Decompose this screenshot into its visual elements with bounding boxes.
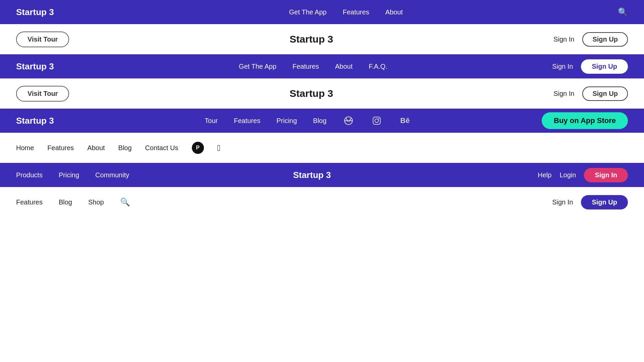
nav-right-2: Sign In Sign Up [552, 59, 628, 74]
footer-features[interactable]: Features [47, 144, 74, 152]
buy-app-store-btn[interactable]: Buy on App Store [542, 112, 628, 129]
content-title-1: Startup 3 [69, 34, 553, 45]
nav-item-features-3[interactable]: Features [234, 117, 260, 125]
content-strip-4: Features Blog Shop 🔍 Sign In Sign Up [0, 187, 644, 217]
nav-right-1: 🔍 [618, 7, 628, 17]
nav-links-4: Products Pricing Community [16, 171, 538, 179]
svg-rect-1 [373, 117, 381, 124]
nav-item-faq[interactable]: F.A.Q. [369, 63, 387, 70]
navbar-1: Startup 3 Get The App Features About 🔍 [0, 0, 644, 24]
footer-apple-icon[interactable]:  [217, 143, 221, 153]
nav-item-products[interactable]: Products [16, 171, 43, 179]
nav-links-3: Tour Features Pricing Blog Bē [74, 115, 542, 127]
bottom-blog[interactable]: Blog [59, 198, 72, 206]
apple-icon[interactable]:  [217, 143, 221, 153]
nav-item-dribbble[interactable] [342, 115, 355, 127]
help-btn[interactable]: Help [538, 171, 551, 179]
navbar-2: Startup 3 Get The App Features About F.A… [0, 54, 644, 78]
nav-item-features-2[interactable]: Features [292, 63, 319, 70]
dribbble-icon[interactable] [342, 115, 355, 127]
brand-3: Startup 3 [16, 116, 54, 126]
visit-tour-btn-2[interactable]: Visit Tour [16, 86, 69, 102]
footer-home[interactable]: Home [16, 144, 34, 152]
nav-item-pricing-2[interactable]: Pricing [59, 171, 79, 179]
content-strip-1: Visit Tour Startup 3 Sign In Sign Up [0, 24, 644, 54]
nav-item-instagram[interactable] [371, 115, 383, 127]
sign-in-btn-final[interactable]: Sign In [552, 198, 573, 206]
auth-right-1: Sign In Sign Up [553, 32, 628, 47]
nav-item-about[interactable]: About [385, 8, 403, 16]
nav-item-features[interactable]: Features [343, 8, 369, 16]
bottom-shop[interactable]: Shop [88, 198, 104, 206]
sign-up-btn-3[interactable]: Sign Up [582, 86, 628, 101]
bottom-links: Features Blog Shop 🔍 [16, 197, 552, 207]
svg-point-2 [375, 119, 379, 123]
sign-in-pink-btn[interactable]: Sign In [584, 168, 628, 182]
content-title-2: Startup 3 [69, 88, 553, 99]
nav-right-4: Help Login Sign In [538, 168, 628, 182]
bottom-features[interactable]: Features [16, 198, 43, 206]
nav-right-3: Buy on App Store [542, 112, 628, 129]
login-btn[interactable]: Login [559, 171, 576, 179]
content-strip-3: Home Features About Blog Contact Us P  [0, 133, 644, 163]
nav-item-get-app[interactable]: Get The App [289, 8, 327, 16]
sign-up-btn-2[interactable]: Sign Up [581, 59, 628, 74]
brand-2: Startup 3 [16, 61, 54, 72]
nav-item-behance[interactable]: Bē [399, 115, 411, 127]
brand-1: Startup 3 [16, 7, 54, 17]
instagram-icon[interactable] [371, 115, 383, 127]
navbar-3: Startup 3 Tour Features Pricing Blog [0, 109, 644, 133]
sign-up-btn-1[interactable]: Sign Up [582, 32, 628, 47]
footer-blog[interactable]: Blog [118, 144, 132, 152]
bottom-search[interactable]: 🔍 [120, 197, 130, 207]
search-icon-1[interactable]: 🔍 [618, 7, 628, 17]
search-icon-2[interactable]: 🔍 [120, 197, 130, 206]
sign-in-btn-3[interactable]: Sign In [553, 90, 574, 98]
navbar-4: Products Pricing Community Startup 3 Hel… [0, 163, 644, 187]
nav-item-about-2[interactable]: About [335, 63, 353, 70]
product-icon[interactable]: P [192, 142, 204, 154]
sign-up-btn-final[interactable]: Sign Up [581, 195, 628, 209]
brand-4: Startup 3 [293, 170, 331, 180]
footer-p-icon[interactable]: P [192, 142, 204, 154]
nav-item-pricing[interactable]: Pricing [276, 117, 297, 125]
nav-item-blog[interactable]: Blog [313, 117, 326, 125]
footer-contact[interactable]: Contact Us [145, 144, 178, 152]
nav-item-tour[interactable]: Tour [205, 117, 218, 125]
sign-in-btn-1[interactable]: Sign In [553, 36, 574, 43]
svg-point-3 [378, 118, 379, 119]
footer-about[interactable]: About [87, 144, 105, 152]
visit-tour-btn-1[interactable]: Visit Tour [16, 32, 69, 47]
content-strip-2: Visit Tour Startup 3 Sign In Sign Up [0, 78, 644, 109]
nav-links-2: Get The App Features About F.A.Q. [74, 63, 552, 70]
auth-right-4: Sign In Sign Up [552, 195, 628, 209]
nav-links-1: Get The App Features About [74, 8, 618, 16]
sign-in-btn-2[interactable]: Sign In [552, 63, 573, 70]
footer-links: Home Features About Blog Contact Us P  [16, 142, 628, 154]
behance-icon[interactable]: Bē [399, 115, 411, 127]
auth-right-2: Sign In Sign Up [553, 86, 628, 101]
nav-item-get-app-2[interactable]: Get The App [239, 63, 276, 70]
nav-item-community[interactable]: Community [95, 171, 129, 179]
